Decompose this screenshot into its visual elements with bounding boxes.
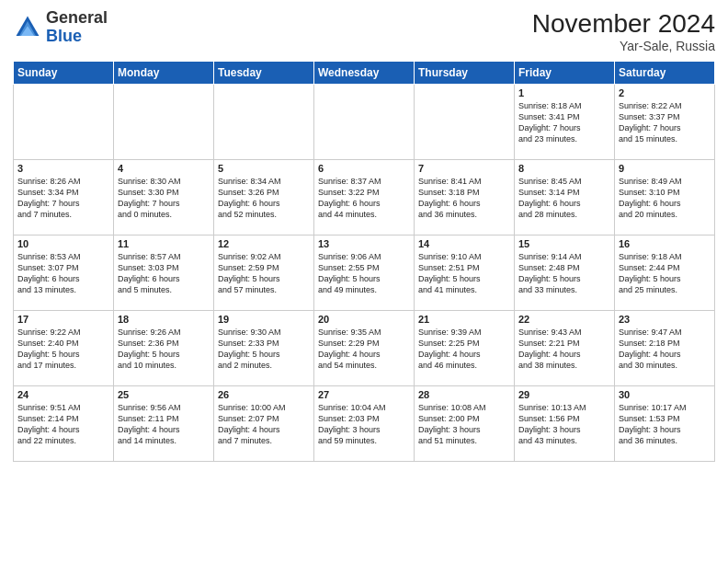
day-number: 18 bbox=[118, 314, 210, 325]
day-info: Sunrise: 9:22 AM Sunset: 2:40 PM Dayligh… bbox=[17, 327, 109, 372]
calendar-cell: 14Sunrise: 9:10 AM Sunset: 2:51 PM Dayli… bbox=[415, 236, 515, 311]
day-info: Sunrise: 8:26 AM Sunset: 3:34 PM Dayligh… bbox=[17, 176, 109, 221]
calendar-week-3: 10Sunrise: 8:53 AM Sunset: 3:07 PM Dayli… bbox=[14, 236, 715, 311]
day-info: Sunrise: 8:18 AM Sunset: 3:41 PM Dayligh… bbox=[518, 100, 610, 145]
calendar-header-monday: Monday bbox=[114, 62, 214, 85]
day-number: 9 bbox=[619, 163, 711, 174]
calendar-cell bbox=[314, 85, 415, 160]
day-info: Sunrise: 8:57 AM Sunset: 3:03 PM Dayligh… bbox=[118, 251, 210, 296]
calendar-cell: 7Sunrise: 8:41 AM Sunset: 3:18 PM Daylig… bbox=[415, 160, 515, 236]
calendar-cell: 28Sunrise: 10:08 AM Sunset: 2:00 PM Dayl… bbox=[415, 386, 515, 462]
calendar-cell: 22Sunrise: 9:43 AM Sunset: 2:21 PM Dayli… bbox=[515, 311, 615, 386]
day-number: 10 bbox=[17, 238, 109, 249]
day-info: Sunrise: 9:47 AM Sunset: 2:18 PM Dayligh… bbox=[619, 327, 711, 372]
day-number: 22 bbox=[518, 314, 610, 325]
calendar-week-5: 24Sunrise: 9:51 AM Sunset: 2:14 PM Dayli… bbox=[14, 386, 715, 462]
day-number: 28 bbox=[418, 389, 510, 400]
calendar-cell: 16Sunrise: 9:18 AM Sunset: 2:44 PM Dayli… bbox=[615, 236, 715, 311]
day-number: 21 bbox=[418, 314, 510, 325]
calendar-cell: 26Sunrise: 10:00 AM Sunset: 2:07 PM Dayl… bbox=[214, 386, 314, 462]
calendar-header-wednesday: Wednesday bbox=[314, 62, 415, 85]
calendar-cell: 27Sunrise: 10:04 AM Sunset: 2:03 PM Dayl… bbox=[314, 386, 415, 462]
calendar-cell: 17Sunrise: 9:22 AM Sunset: 2:40 PM Dayli… bbox=[14, 311, 114, 386]
calendar-cell: 25Sunrise: 9:56 AM Sunset: 2:11 PM Dayli… bbox=[114, 386, 214, 462]
day-info: Sunrise: 9:43 AM Sunset: 2:21 PM Dayligh… bbox=[518, 327, 610, 372]
day-number: 29 bbox=[518, 389, 610, 400]
month-title: November 2024 bbox=[532, 9, 715, 39]
day-info: Sunrise: 9:39 AM Sunset: 2:25 PM Dayligh… bbox=[418, 327, 510, 372]
day-info: Sunrise: 9:10 AM Sunset: 2:51 PM Dayligh… bbox=[418, 251, 510, 296]
day-number: 2 bbox=[619, 87, 711, 98]
day-info: Sunrise: 8:37 AM Sunset: 3:22 PM Dayligh… bbox=[318, 176, 410, 221]
day-number: 12 bbox=[218, 238, 310, 249]
day-number: 23 bbox=[619, 314, 711, 325]
day-number: 1 bbox=[518, 87, 610, 98]
day-info: Sunrise: 8:53 AM Sunset: 3:07 PM Dayligh… bbox=[17, 251, 109, 296]
day-number: 27 bbox=[318, 389, 410, 400]
calendar-cell: 5Sunrise: 8:34 AM Sunset: 3:26 PM Daylig… bbox=[214, 160, 314, 236]
calendar-cell: 3Sunrise: 8:26 AM Sunset: 3:34 PM Daylig… bbox=[14, 160, 114, 236]
day-info: Sunrise: 10:04 AM Sunset: 2:03 PM Daylig… bbox=[318, 402, 410, 447]
logo-icon bbox=[13, 13, 42, 42]
calendar-cell: 13Sunrise: 9:06 AM Sunset: 2:55 PM Dayli… bbox=[314, 236, 415, 311]
day-info: Sunrise: 9:51 AM Sunset: 2:14 PM Dayligh… bbox=[17, 402, 109, 447]
day-number: 24 bbox=[17, 389, 109, 400]
day-number: 3 bbox=[17, 163, 109, 174]
calendar-week-4: 17Sunrise: 9:22 AM Sunset: 2:40 PM Dayli… bbox=[14, 311, 715, 386]
logo-text: General Blue bbox=[46, 9, 108, 46]
title-block: November 2024 Yar-Sale, Russia bbox=[532, 9, 715, 53]
calendar-header-sunday: Sunday bbox=[14, 62, 114, 85]
calendar: SundayMondayTuesdayWednesdayThursdayFrid… bbox=[13, 61, 715, 462]
day-info: Sunrise: 10:00 AM Sunset: 2:07 PM Daylig… bbox=[218, 402, 310, 447]
calendar-cell: 2Sunrise: 8:22 AM Sunset: 3:37 PM Daylig… bbox=[615, 85, 715, 160]
day-info: Sunrise: 8:45 AM Sunset: 3:14 PM Dayligh… bbox=[518, 176, 610, 221]
day-info: Sunrise: 8:34 AM Sunset: 3:26 PM Dayligh… bbox=[218, 176, 310, 221]
location: Yar-Sale, Russia bbox=[532, 39, 715, 53]
day-info: Sunrise: 8:49 AM Sunset: 3:10 PM Dayligh… bbox=[619, 176, 711, 221]
day-number: 16 bbox=[619, 238, 711, 249]
day-info: Sunrise: 8:22 AM Sunset: 3:37 PM Dayligh… bbox=[619, 100, 711, 145]
calendar-cell bbox=[214, 85, 314, 160]
day-number: 7 bbox=[418, 163, 510, 174]
header: General Blue November 2024 Yar-Sale, Rus… bbox=[13, 9, 715, 53]
calendar-cell: 6Sunrise: 8:37 AM Sunset: 3:22 PM Daylig… bbox=[314, 160, 415, 236]
day-info: Sunrise: 8:41 AM Sunset: 3:18 PM Dayligh… bbox=[418, 176, 510, 221]
day-number: 14 bbox=[418, 238, 510, 249]
day-number: 25 bbox=[118, 389, 210, 400]
day-number: 8 bbox=[518, 163, 610, 174]
calendar-cell: 4Sunrise: 8:30 AM Sunset: 3:30 PM Daylig… bbox=[114, 160, 214, 236]
day-number: 13 bbox=[318, 238, 410, 249]
day-info: Sunrise: 9:06 AM Sunset: 2:55 PM Dayligh… bbox=[318, 251, 410, 296]
logo: General Blue bbox=[13, 9, 108, 46]
calendar-cell: 24Sunrise: 9:51 AM Sunset: 2:14 PM Dayli… bbox=[14, 386, 114, 462]
day-number: 6 bbox=[318, 163, 410, 174]
calendar-cell: 18Sunrise: 9:26 AM Sunset: 2:36 PM Dayli… bbox=[114, 311, 214, 386]
day-info: Sunrise: 9:14 AM Sunset: 2:48 PM Dayligh… bbox=[518, 251, 610, 296]
day-info: Sunrise: 9:56 AM Sunset: 2:11 PM Dayligh… bbox=[118, 402, 210, 447]
calendar-cell bbox=[114, 85, 214, 160]
page: General Blue November 2024 Yar-Sale, Rus… bbox=[0, 0, 728, 563]
day-number: 20 bbox=[318, 314, 410, 325]
day-info: Sunrise: 10:17 AM Sunset: 1:53 PM Daylig… bbox=[619, 402, 711, 447]
calendar-cell bbox=[415, 85, 515, 160]
day-number: 15 bbox=[518, 238, 610, 249]
calendar-cell bbox=[14, 85, 114, 160]
calendar-week-2: 3Sunrise: 8:26 AM Sunset: 3:34 PM Daylig… bbox=[14, 160, 715, 236]
calendar-cell: 11Sunrise: 8:57 AM Sunset: 3:03 PM Dayli… bbox=[114, 236, 214, 311]
calendar-header-row: SundayMondayTuesdayWednesdayThursdayFrid… bbox=[14, 62, 715, 85]
calendar-cell: 10Sunrise: 8:53 AM Sunset: 3:07 PM Dayli… bbox=[14, 236, 114, 311]
day-info: Sunrise: 9:26 AM Sunset: 2:36 PM Dayligh… bbox=[118, 327, 210, 372]
day-info: Sunrise: 9:30 AM Sunset: 2:33 PM Dayligh… bbox=[218, 327, 310, 372]
day-info: Sunrise: 8:30 AM Sunset: 3:30 PM Dayligh… bbox=[118, 176, 210, 221]
calendar-cell: 15Sunrise: 9:14 AM Sunset: 2:48 PM Dayli… bbox=[515, 236, 615, 311]
day-info: Sunrise: 10:13 AM Sunset: 1:56 PM Daylig… bbox=[518, 402, 610, 447]
day-info: Sunrise: 10:08 AM Sunset: 2:00 PM Daylig… bbox=[418, 402, 510, 447]
calendar-cell: 9Sunrise: 8:49 AM Sunset: 3:10 PM Daylig… bbox=[615, 160, 715, 236]
calendar-header-tuesday: Tuesday bbox=[214, 62, 314, 85]
day-number: 5 bbox=[218, 163, 310, 174]
calendar-cell: 30Sunrise: 10:17 AM Sunset: 1:53 PM Dayl… bbox=[615, 386, 715, 462]
calendar-cell: 20Sunrise: 9:35 AM Sunset: 2:29 PM Dayli… bbox=[314, 311, 415, 386]
day-number: 4 bbox=[118, 163, 210, 174]
day-info: Sunrise: 9:18 AM Sunset: 2:44 PM Dayligh… bbox=[619, 251, 711, 296]
calendar-header-thursday: Thursday bbox=[415, 62, 515, 85]
